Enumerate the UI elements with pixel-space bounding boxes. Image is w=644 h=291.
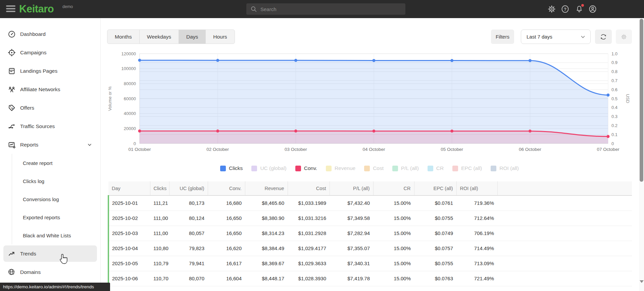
sidebar-subitem-black-and-white-lists[interactable]: Black and White Lists [0, 226, 100, 244]
svg-text:04 October: 04 October [363, 147, 385, 152]
sidebar-subitem-clicks-log[interactable]: Clicks log [0, 172, 100, 190]
legend-item-uc-global-[interactable]: UC (global) [251, 165, 286, 171]
cell-uc-global-: 80,070 [169, 271, 208, 286]
column-header-p-l-all-[interactable]: P/L (all) [330, 181, 373, 195]
keitaro-logo[interactable]: Keitaro [19, 3, 54, 15]
legend-label: Cost [373, 165, 384, 171]
cell-clicks: 111,00 [150, 226, 169, 241]
cell-clicks: 110,79 [150, 256, 169, 271]
scrollbar-thumb[interactable] [640, 19, 643, 182]
dashboard-icon [8, 30, 16, 38]
help-icon[interactable]: ? [561, 5, 569, 13]
sidebar-nav: DashboardCampaignsLandings PagesAffiliat… [0, 18, 101, 291]
date-range-select[interactable]: Last 7 days [521, 30, 591, 44]
legend-label: ROI (all) [499, 165, 519, 171]
sidebar-item-dashboard[interactable]: Dashboard [0, 25, 100, 43]
tab-months[interactable]: Months [107, 30, 140, 44]
svg-text:0: 0 [134, 141, 136, 146]
sidebar-item-affiliate-networks[interactable]: Affiliate Networks [0, 80, 100, 99]
column-header-uc-global-[interactable]: UC (global) [169, 181, 208, 195]
svg-text:80000: 80000 [124, 81, 136, 86]
cell-day: 2025-10-03 [108, 226, 150, 241]
sidebar-subitem-conversions-log[interactable]: Conversions log [0, 190, 100, 208]
sidebar-subitem-label: Create report [23, 160, 52, 166]
cell-cost: $1,029.3633 [288, 256, 330, 271]
tab-days[interactable]: Days [179, 30, 206, 44]
cell-clicks: 110,70 [150, 271, 169, 286]
legend-swatch [364, 166, 370, 171]
notifications-bell-icon[interactable] [575, 5, 583, 13]
legend-item-roi-all-[interactable]: ROI (all) [491, 165, 519, 171]
sidebar-subitem-create-report[interactable]: Create report [0, 154, 100, 172]
cell-uc-global-: 80,057 [169, 226, 208, 241]
cell-conv-: 16,604 [208, 271, 245, 286]
refresh-button[interactable] [595, 30, 612, 44]
sidebar-item-offers[interactable]: SOffers [0, 99, 100, 117]
svg-text:1.0: 1.0 [611, 51, 617, 56]
cell-uc-global-: 44,157 [169, 286, 208, 291]
legend-item-cr[interactable]: CR [428, 165, 444, 171]
legend-item-epc-all-[interactable]: EPC (all) [452, 165, 482, 171]
cell-clicks: 110,80 [150, 241, 169, 256]
filters-button[interactable]: Filters [491, 30, 514, 44]
settings-gear-icon[interactable] [548, 5, 556, 13]
svg-text:0.1: 0.1 [611, 132, 617, 137]
chart-settings-button[interactable] [616, 30, 632, 44]
legend-item-cost[interactable]: Cost [364, 165, 384, 171]
sidebar-item-domains[interactable]: Domains [0, 263, 100, 281]
legend-item-revenue[interactable]: Revenue [326, 165, 355, 171]
cell-cr: 15.00% [373, 241, 414, 256]
cell-roi-all-: 712.64% [456, 211, 497, 226]
table-row: 2025-10-0744,4044,1576,648$4,032.24$507.… [108, 286, 632, 291]
cell-epc-all-: $0.0761 [414, 195, 456, 211]
cell-conv-: 16,617 [208, 256, 245, 271]
sidebar-item-campaigns[interactable]: Campaigns [0, 43, 100, 62]
legend-swatch [295, 166, 301, 171]
sidebar-subitem-exported-reports[interactable]: Exported reports [0, 208, 100, 226]
svg-text:0.6: 0.6 [611, 87, 617, 92]
cell-day: 2025-10-06 [108, 271, 150, 286]
column-header-cost[interactable]: Cost [288, 181, 330, 195]
tab-weekdays[interactable]: Weekdays [140, 30, 179, 44]
legend-swatch [326, 166, 332, 171]
column-header-day[interactable]: Day [108, 181, 150, 195]
sidebar-item-label: Offers [20, 105, 34, 111]
trends-table: DayClicksUC (global)Conv.RevenueCostP/L … [108, 181, 632, 291]
sidebar-item-traffic-sources[interactable]: Traffic Sources [0, 117, 100, 135]
hamburger-menu-icon[interactable] [6, 5, 15, 13]
tab-hours[interactable]: Hours [206, 30, 234, 44]
column-header-roi-all-[interactable]: ROI (all) [456, 181, 497, 195]
cell-epc-all-: $0.0746 [414, 286, 456, 291]
cell-roi-all-: 706.19% [456, 226, 497, 241]
cell-roi-all-: 713.09% [456, 256, 497, 271]
sidebar-item-label: Campaigns [20, 50, 46, 56]
trends-chart: 02000040000600008000010000012000000.10.2… [101, 47, 639, 158]
cell-p-l-all-: $7,432.40 [330, 195, 373, 211]
reports-icon [8, 141, 16, 149]
column-header-conv-[interactable]: Conv. [208, 181, 245, 195]
landings-icon [8, 67, 16, 75]
scrollbar-down-arrow[interactable] [640, 280, 644, 283]
cell-uc-global-: 80,173 [169, 195, 208, 211]
table-row: 2025-10-04110,8079,82316,620$8,384.49$1,… [108, 241, 632, 256]
column-header-epc-all-[interactable]: EPC (all) [414, 181, 456, 195]
legend-item-clicks[interactable]: Clicks [220, 165, 243, 171]
column-header-cr[interactable]: CR [373, 181, 414, 195]
refresh-icon [600, 33, 607, 41]
search-input[interactable] [260, 6, 405, 12]
account-avatar-icon[interactable] [589, 5, 597, 13]
sidebar-item-landings-pages[interactable]: Landings Pages [0, 62, 100, 80]
legend-label: UC (global) [260, 165, 286, 171]
sidebar-item-trends[interactable]: Trends [0, 244, 100, 263]
legend-swatch [491, 166, 496, 171]
cell-roi-all-: 721.49% [456, 271, 497, 286]
cell-conv-: 16,680 [208, 195, 245, 211]
legend-item-p-l-all-[interactable]: P/L (all) [392, 165, 419, 171]
cell-day: 2025-10-01 [108, 195, 150, 211]
sidebar-item-reports[interactable]: Reports [0, 135, 100, 154]
column-header-revenue[interactable]: Revenue [245, 181, 288, 195]
cell-cr: 15.00% [373, 256, 414, 271]
column-header-clicks[interactable]: Clicks [150, 181, 169, 195]
svg-text:0: 0 [611, 141, 614, 146]
legend-item-conv-[interactable]: Conv. [295, 165, 317, 171]
